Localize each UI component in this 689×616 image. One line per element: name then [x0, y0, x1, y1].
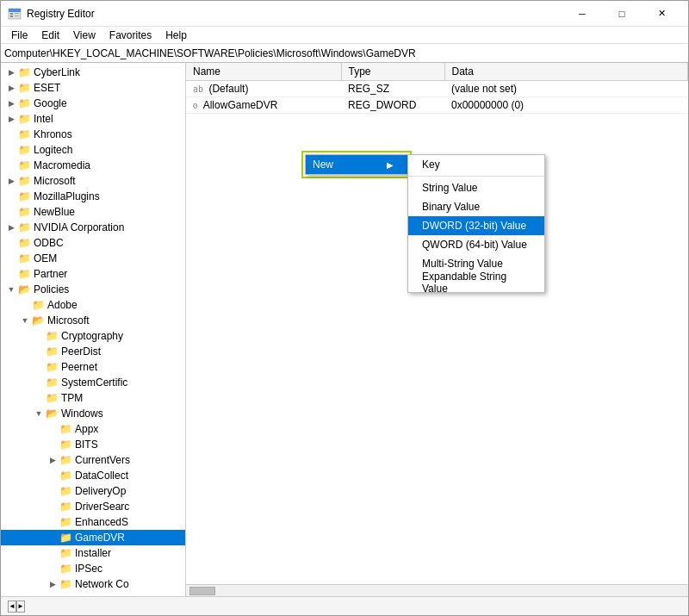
tree-item-mozillaplugins[interactable]: 📁 MozillaPlugins [1, 189, 185, 204]
expand-nvidia[interactable]: ▶ [4, 220, 18, 235]
tree-item-microsoft-policies[interactable]: ▼ 📂 Microsoft [1, 313, 185, 328]
expand-cryptography[interactable] [32, 328, 46, 344]
tree-item-google[interactable]: ▶ 📁 Google [1, 96, 185, 111]
minimize-button[interactable]: ─ [562, 1, 602, 27]
expand-peerdist[interactable] [32, 344, 46, 359]
tree-item-logitech[interactable]: 📁 Logitech [1, 142, 185, 158]
tree-item-peernet[interactable]: 📁 Peernet [1, 359, 185, 375]
expand-google[interactable]: ▶ [4, 96, 18, 111]
tree-item-installer[interactable]: 📁 Installer [1, 545, 185, 561]
expand-oem[interactable] [4, 251, 18, 266]
tree-label: DataCollect [75, 470, 128, 482]
submenu-item-string[interactable]: String Value [408, 178, 544, 197]
tree-label: Network Co [75, 578, 129, 590]
expand-ipsec[interactable] [46, 561, 59, 576]
tree-item-eset[interactable]: ▶ 📁 ESET [1, 80, 185, 96]
tree-panel[interactable]: ▶ 📁 CyberLink ▶ 📁 ESET ▶ 📁 Google ▶ 📁 In… [1, 63, 186, 596]
tree-item-policies[interactable]: ▼ 📂 Policies [1, 282, 185, 297]
window-controls: ─ □ ✕ [562, 1, 681, 27]
expand-networkco[interactable]: ▶ [46, 576, 59, 592]
expand-logitech[interactable] [4, 142, 18, 158]
submenu-label: Multi-String Value [422, 258, 503, 270]
table-row[interactable]: ab (Default) REG_SZ (value not set) [186, 80, 688, 96]
menu-view[interactable]: View [66, 28, 102, 43]
menu-bar: File Edit View Favorites Help [1, 27, 688, 44]
expand-peernet[interactable] [32, 359, 46, 375]
svg-rect-3 [10, 16, 13, 17]
tree-item-odbc[interactable]: 📁 ODBC [1, 235, 185, 251]
new-menu-item[interactable]: New ▶ [306, 155, 407, 174]
tree-item-currentvers[interactable]: ▶ 📁 CurrentVers [1, 452, 185, 468]
svg-rect-4 [15, 13, 19, 14]
expand-newblue[interactable] [4, 204, 18, 220]
submenu-label: Key [422, 159, 440, 171]
submenu-item-binary[interactable]: Binary Value [408, 197, 544, 216]
tree-item-ipsec[interactable]: 📁 IPSec [1, 561, 185, 576]
tree-label: NewBlue [34, 206, 75, 218]
tree-item-networkco[interactable]: ▶ 📁 Network Co [1, 576, 185, 592]
expand-systemcertific[interactable] [32, 375, 46, 390]
tree-item-gamedvr[interactable]: 📁 GameDVR [1, 530, 185, 545]
expand-windows[interactable]: ▼ [32, 406, 46, 421]
expand-enhanceds[interactable] [46, 514, 59, 530]
tree-item-appx[interactable]: 📁 Appx [1, 421, 185, 437]
expand-khronos[interactable] [4, 127, 18, 142]
tree-item-adobe[interactable]: 📁 Adobe [1, 297, 185, 313]
expand-tpm[interactable] [32, 390, 46, 406]
tree-item-datacollect[interactable]: 📁 DataCollect [1, 468, 185, 483]
tree-label: NVIDIA Corporation [34, 221, 124, 233]
tree-label: BITS [75, 439, 98, 451]
tree-item-cryptography[interactable]: 📁 Cryptography [1, 328, 185, 344]
tree-item-systemcertific[interactable]: 📁 SystemCertific [1, 375, 185, 390]
expand-cyberlink[interactable]: ▶ [4, 65, 18, 80]
expand-installer[interactable] [46, 545, 59, 561]
tree-item-newblue[interactable]: 📁 NewBlue [1, 204, 185, 220]
expand-mozillaplugins[interactable] [4, 189, 18, 204]
tree-item-bits[interactable]: 📁 BITS [1, 437, 185, 452]
expand-currentvers[interactable]: ▶ [46, 452, 59, 468]
tree-item-oem[interactable]: 📁 OEM [1, 251, 185, 266]
tree-item-microsoft-top[interactable]: ▶ 📁 Microsoft [1, 173, 185, 189]
expand-microsoft-top[interactable]: ▶ [4, 173, 18, 189]
close-button[interactable]: ✕ [642, 1, 681, 27]
tree-item-driversearc[interactable]: 📁 DriverSearc [1, 499, 185, 514]
tree-item-intel[interactable]: ▶ 📁 Intel [1, 111, 185, 127]
menu-edit[interactable]: Edit [34, 28, 66, 43]
expand-eset[interactable]: ▶ [4, 80, 18, 96]
submenu-item-qword[interactable]: QWORD (64-bit) Value [408, 235, 544, 254]
expand-bits[interactable] [46, 437, 59, 452]
expand-adobe[interactable] [18, 297, 32, 313]
tree-item-cyberlink[interactable]: ▶ 📁 CyberLink [1, 65, 185, 80]
expand-microsoft-policies[interactable]: ▼ [18, 313, 32, 328]
tree-item-enhanceds[interactable]: 📁 EnhancedS [1, 514, 185, 530]
expand-macromedia[interactable] [4, 158, 18, 173]
status-bar: ◄ ► [1, 596, 688, 615]
expand-deliveryop[interactable] [46, 483, 59, 499]
expand-driversearc[interactable] [46, 499, 59, 514]
expand-policies[interactable]: ▼ [4, 282, 18, 297]
expand-partner[interactable] [4, 266, 18, 282]
maximize-button[interactable]: □ [602, 1, 642, 27]
tree-item-nvidia[interactable]: ▶ 📁 NVIDIA Corporation [1, 220, 185, 235]
menu-favorites[interactable]: Favorites [102, 28, 158, 43]
expand-intel[interactable]: ▶ [4, 111, 18, 127]
menu-file[interactable]: File [4, 28, 34, 43]
submenu-item-dword[interactable]: DWORD (32-bit) Value [408, 216, 544, 235]
submenu-item-expandable[interactable]: Expandable String Value [408, 273, 544, 292]
tree-item-deliveryop[interactable]: 📁 DeliveryOp [1, 483, 185, 499]
expand-gamedvr[interactable] [46, 530, 59, 545]
expand-appx[interactable] [46, 421, 59, 437]
tree-item-macromedia[interactable]: 📁 Macromedia [1, 158, 185, 173]
horizontal-scrollbar[interactable] [186, 584, 688, 596]
submenu-item-key[interactable]: Key [408, 155, 544, 174]
tree-item-tpm[interactable]: 📁 TPM [1, 390, 185, 406]
tree-item-partner[interactable]: 📁 Partner [1, 266, 185, 282]
table-row[interactable]: ⚙ AllowGameDVR REG_DWORD 0x00000000 (0) [186, 96, 688, 113]
menu-help[interactable]: Help [158, 28, 194, 43]
tree-item-windows[interactable]: ▼ 📂 Windows [1, 406, 185, 421]
tree-item-peerdist[interactable]: 📁 PeerDist [1, 344, 185, 359]
expand-datacollect[interactable] [46, 468, 59, 483]
tree-label: IPSec [75, 563, 102, 575]
expand-odbc[interactable] [4, 235, 18, 251]
tree-item-khronos[interactable]: 📁 Khronos [1, 127, 185, 142]
